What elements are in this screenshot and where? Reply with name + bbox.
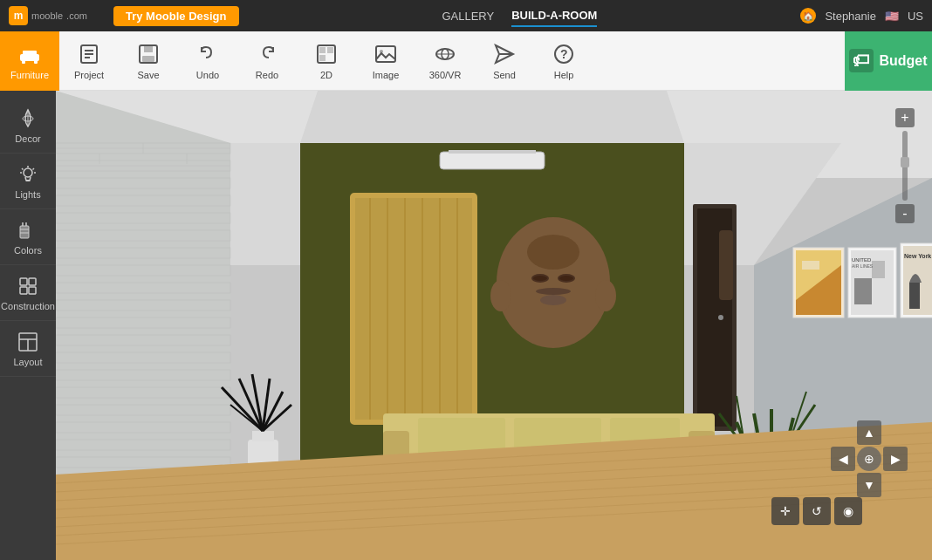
toolbar-image[interactable]: Image <box>356 31 415 91</box>
construction-icon <box>17 275 39 297</box>
svg-rect-111 <box>854 278 872 304</box>
viewport[interactable]: UNITED AIR LINES New York <box>56 91 932 560</box>
svg-rect-13 <box>327 47 333 53</box>
svg-point-96 <box>533 276 547 281</box>
svg-rect-33 <box>20 226 29 238</box>
svg-text:New York: New York <box>904 253 931 259</box>
svg-rect-12 <box>319 47 326 53</box>
svg-point-26 <box>24 168 32 177</box>
nav-diamond: ▲ ◀ ⊕ ▶ ▼ <box>831 420 908 497</box>
toolbar-360vr[interactable]: 360/VR <box>415 31 475 91</box>
help-label: Help <box>554 70 574 80</box>
view-buttons: ✛ ↺ ◉ <box>771 497 862 525</box>
layout-label: Layout <box>13 357 42 367</box>
budget-tag-icon: 🏷 <box>849 49 874 72</box>
nav-links: GALLERY BUILD-A-ROOM <box>257 5 784 27</box>
sidebar-item-decor[interactable]: Decor <box>0 98 56 154</box>
move-view-button[interactable]: ✛ <box>771 497 799 525</box>
locale-flag: 🇺🇸 <box>885 10 899 23</box>
image-icon <box>373 42 398 66</box>
svg-rect-1 <box>22 59 25 64</box>
redo-icon <box>255 42 279 66</box>
toolbar-help[interactable]: ? Help <box>534 31 593 91</box>
undo-icon <box>195 42 220 66</box>
svg-rect-14 <box>319 55 326 61</box>
svg-rect-39 <box>20 278 27 285</box>
username[interactable]: Stephanie <box>825 10 876 23</box>
svg-marker-79 <box>300 91 684 143</box>
toolbar-redo[interactable]: Redo <box>237 31 297 91</box>
sidebar-item-colors[interactable]: Colors <box>0 209 56 265</box>
sidebar-item-layout[interactable]: Layout <box>0 321 56 377</box>
svg-point-97 <box>559 276 573 281</box>
svg-rect-15 <box>376 46 395 62</box>
svg-rect-40 <box>29 278 36 285</box>
locale-text[interactable]: US <box>908 10 923 23</box>
logo-icon: m <box>9 6 28 25</box>
svg-point-99 <box>595 280 616 311</box>
nav-up-button[interactable]: ▲ <box>857 420 881 445</box>
construction-label: Construction <box>1 301 55 311</box>
svg-line-29 <box>22 168 24 170</box>
toolbar-2d[interactable]: 2D <box>297 31 356 91</box>
top-navbar: m mooble.com Try Mooble Design GALLERY B… <box>0 0 932 31</box>
undo-label: Undo <box>196 70 219 80</box>
toolbar-undo[interactable]: Undo <box>178 31 237 91</box>
nav-right: 🏠 Stephanie 🇺🇸 US <box>800 8 923 24</box>
zoom-handle <box>901 157 909 167</box>
toolbar-furniture[interactable]: Furniture <box>0 31 59 91</box>
nav-left-button[interactable]: ◀ <box>831 447 855 471</box>
nav-center-button[interactable]: ⊕ <box>857 447 881 471</box>
nav-down-button[interactable]: ▼ <box>857 473 881 497</box>
budget-label: Budget <box>879 53 927 69</box>
svg-point-91 <box>527 235 579 270</box>
svg-point-103 <box>718 315 723 320</box>
nav-gallery[interactable]: GALLERY <box>442 6 494 26</box>
zoom-controls: + - <box>895 108 915 223</box>
help-icon: ? <box>552 42 576 66</box>
lights-icon <box>17 163 39 186</box>
svg-rect-41 <box>20 287 27 294</box>
furniture-label: Furniture <box>10 70 49 80</box>
sidebar-item-construction[interactable]: Construction <box>0 265 56 321</box>
toolbar-save[interactable]: Save <box>119 31 178 91</box>
svg-point-94 <box>536 288 571 295</box>
2d-icon <box>314 42 339 66</box>
3d-view-button[interactable]: ◉ <box>834 497 862 525</box>
svg-line-126 <box>263 405 291 431</box>
toolbar-send[interactable]: Send <box>475 31 534 91</box>
svg-rect-112 <box>872 261 885 278</box>
toolbar-project[interactable]: Project <box>59 31 119 91</box>
sidebar-item-lights[interactable]: Lights <box>0 154 56 209</box>
svg-rect-9 <box>144 45 153 52</box>
svg-rect-117 <box>909 283 920 309</box>
lights-label: Lights <box>15 189 40 200</box>
project-label: Project <box>74 70 104 80</box>
sidebar: Decor Lights <box>0 91 56 560</box>
zoom-in-button[interactable]: + <box>895 108 915 127</box>
navigation-controls: ▲ ◀ ⊕ ▶ ▼ ✛ ↺ ◉ <box>824 420 915 534</box>
zoom-out-button[interactable]: - <box>895 204 915 223</box>
main-area: Decor Lights <box>0 91 932 560</box>
budget-button[interactable]: 🏷 Budget <box>845 31 932 91</box>
save-icon <box>136 42 161 66</box>
decor-label: Decor <box>15 133 40 144</box>
svg-rect-3 <box>23 51 37 56</box>
svg-rect-120 <box>252 431 274 441</box>
svg-text:AIR LINES: AIR LINES <box>852 263 874 269</box>
nav-right-button[interactable]: ▶ <box>883 447 908 471</box>
rotate-view-button[interactable]: ↺ <box>803 497 831 525</box>
decor-icon <box>17 107 39 130</box>
try-mooble-button[interactable]: Try Mooble Design <box>113 6 239 26</box>
image-label: Image <box>373 70 400 80</box>
svg-rect-10 <box>142 56 154 62</box>
logo: m mooble.com <box>9 6 87 25</box>
zoom-slider[interactable] <box>902 131 908 201</box>
svg-rect-80 <box>440 152 545 169</box>
svg-text:?: ? <box>560 47 568 61</box>
send-label: Send <box>493 70 516 80</box>
nav-build-a-room[interactable]: BUILD-A-ROOM <box>511 5 597 27</box>
svg-rect-108 <box>802 261 819 270</box>
svg-rect-81 <box>449 150 536 154</box>
svg-line-30 <box>33 168 35 170</box>
